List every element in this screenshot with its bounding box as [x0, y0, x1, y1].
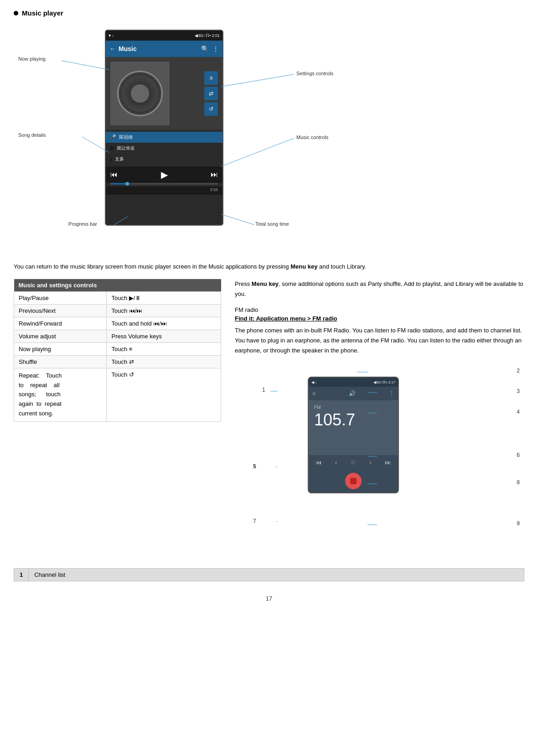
right-column: Press Menu key, some additional options … — [235, 279, 524, 554]
bullet-icon — [14, 11, 18, 16]
footer-table: 1 Channel list — [14, 568, 524, 581]
song-name-2: 就让你走 — [117, 145, 135, 151]
annotation-settings-controls: Settings controls — [296, 71, 333, 76]
fm-label: FM — [314, 405, 393, 410]
control-action-3: Touch and hold ⏮/⏭ — [107, 317, 221, 330]
fm-annotation-7: 7 — [253, 518, 256, 524]
fm-more-icon[interactable]: ⋮ — [389, 390, 394, 397]
fm-radio-subheading: Find it: Application menu > FM radio — [235, 315, 524, 322]
svg-line-0 — [62, 61, 109, 70]
fm-frequency: 105.7 — [314, 412, 393, 428]
fm-volume-icon[interactable]: 🔊 — [349, 390, 356, 397]
album-right-icons: ≡ ⇄ ↺ — [204, 71, 218, 116]
album-vinyl — [117, 71, 163, 116]
description-text: You can return to the music library scre… — [14, 262, 524, 272]
phone-status-bar: ♥ ↓ ◀3G↑ℿ▪ 2:01 — [106, 31, 222, 41]
fm-status-left: ◀ ↓ — [311, 380, 317, 384]
fm-annotation-5: 5 — [253, 463, 256, 470]
shuffle-icon-btn[interactable]: ⇄ — [204, 87, 218, 100]
music-phone-screen: ♥ ↓ ◀3G↑ℿ▪ 2:01 ← Music 🔍 ⋮ ≡ ⇄ — [105, 30, 223, 226]
control-label-1: Play/Pause — [14, 291, 107, 304]
progress-dot — [125, 182, 129, 186]
search-icon[interactable]: 🔍 — [201, 45, 209, 52]
fm-status-right: ◀3G↑ℿ▪ 2:17 — [373, 380, 395, 384]
fm-phone-wrapper: ◀ ↓ ◀3G↑ℿ▪ 2:17 ≡ 🔊 ⋮ FM 105.7 — [276, 377, 399, 493]
control-label-3: Rewind/Forward — [14, 317, 107, 330]
svg-line-3 — [221, 74, 294, 87]
control-label-4: Volume adjust — [14, 330, 107, 342]
fm-record-button[interactable] — [345, 473, 362, 489]
song-item-1[interactable]: 🎤 陈冠雄 — [106, 132, 222, 143]
fm-fwd-btn[interactable]: › — [370, 459, 372, 466]
footer-number: 1 — [14, 569, 29, 581]
note-icon: ♪ — [109, 156, 112, 162]
song-name-1: 陈冠雄 — [119, 134, 133, 140]
control-label-5: Now playing — [14, 342, 107, 355]
fm-next-btn[interactable]: ⏭ — [385, 459, 391, 466]
disc-icon: ⊙ — [109, 145, 114, 151]
play-button[interactable]: ▶ — [161, 169, 168, 180]
table-row: Volume adjust Press Volume keys — [14, 330, 221, 342]
table-row: Rewind/Forward Touch and hold ⏮/⏭ — [14, 317, 221, 330]
album-area: ≡ ⇄ ↺ — [106, 57, 222, 130]
control-action-5: Touch ≡ — [107, 342, 221, 355]
fm-favorite-btn[interactable]: ☆ — [350, 459, 356, 466]
annotation-song-details: Song details — [18, 132, 46, 138]
table-row: Now playing Touch ≡ — [14, 342, 221, 355]
repeat-icon-btn[interactable]: ↺ — [204, 102, 218, 116]
fm-annotation-1: 1 — [262, 387, 265, 393]
total-time: 3:56 — [210, 187, 218, 192]
table-row: Repeat: Touchto repeat allsongs; touchag… — [14, 368, 221, 421]
mic-icon: 🎤 — [109, 134, 116, 140]
next-button[interactable]: ⏭ — [211, 171, 218, 179]
fm-list-icon[interactable]: ≡ — [312, 390, 316, 397]
fm-back-btn[interactable]: ‹ — [335, 459, 337, 466]
control-label-6: Shuffle — [14, 355, 107, 368]
more-icon[interactable]: ⋮ — [212, 45, 219, 52]
control-action-1: Touch ▶/⏸ — [107, 291, 221, 304]
progress-bar-fill — [110, 183, 126, 185]
fm-annotation-8: 8 — [517, 479, 520, 486]
control-action-4: Press Volume keys — [107, 330, 221, 342]
menu-key-description: Press Menu key, some additional options … — [235, 279, 524, 299]
status-left: ♥ ↓ — [109, 33, 114, 38]
control-label-2: Previous/Next — [14, 304, 107, 317]
status-right: ◀3G↑ℿ▪ 2:01 — [195, 33, 220, 38]
fm-record-inner — [350, 478, 357, 484]
control-action-6: Touch ⇄ — [107, 355, 221, 368]
song-list: 🎤 陈冠雄 ⊙ 就让你走 ♪ 太多 — [106, 130, 222, 166]
fm-prev-btn[interactable]: ⏮ — [316, 459, 322, 466]
album-art — [110, 62, 170, 125]
playback-controls: ⏮ ▶ ⏭ — [106, 166, 222, 183]
annotation-now-playing: Now playing — [18, 56, 46, 62]
left-column: Music and settings controls Play/Pause T… — [14, 279, 221, 554]
back-icon[interactable]: ← — [109, 45, 116, 52]
phone-top-bar: ← Music 🔍 ⋮ — [106, 41, 222, 57]
fm-bottom — [309, 470, 398, 492]
control-action-2: Touch ⏮/⏭ — [107, 304, 221, 317]
playlist-icon-btn[interactable]: ≡ — [204, 71, 218, 85]
menu-key-label: Menu key — [290, 263, 317, 270]
table-row: Previous/Next Touch ⏮/⏭ — [14, 304, 221, 317]
menu-key-strong: Menu key — [252, 280, 279, 287]
fm-diagram-wrapper: ◀ ↓ ◀3G↑ℿ▪ 2:17 ≡ 🔊 ⋮ FM 105.7 — [235, 363, 524, 554]
fm-annotation-2: 2 — [517, 368, 520, 374]
page-wrapper: Music player ♥ ↓ ◀3G↑ℿ▪ 2:01 ← Music 🔍 ⋮ — [0, 0, 538, 620]
song-item-3[interactable]: ♪ 太多 — [106, 154, 222, 165]
prev-button[interactable]: ⏮ — [110, 171, 118, 179]
fm-annotation-4: 4 — [517, 409, 520, 415]
fm-annotation-3: 3 — [517, 388, 520, 394]
bottom-section: Music and settings controls Play/Pause T… — [14, 279, 524, 554]
fm-annotation-9: 9 — [517, 520, 520, 527]
fm-phone-screen: ◀ ↓ ◀3G↑ℿ▪ 2:17 ≡ 🔊 ⋮ FM 105.7 — [308, 377, 399, 493]
fm-radio-description: The phone comes with an in-built FM Radi… — [235, 326, 524, 356]
table-row: Shuffle Touch ⇄ — [14, 355, 221, 368]
annotation-music-controls: Music controls — [296, 135, 328, 140]
progress-bar-container[interactable] — [110, 183, 218, 185]
fm-top-icons: ≡ 🔊 ⋮ — [309, 387, 398, 400]
controls-table: Music and settings controls Play/Pause T… — [14, 279, 221, 422]
fm-status-bar: ◀ ↓ ◀3G↑ℿ▪ 2:17 — [309, 378, 398, 387]
section-title: Music player — [14, 9, 524, 17]
control-label-7: Repeat: Touchto repeat allsongs; touchag… — [14, 368, 107, 421]
song-item-2[interactable]: ⊙ 就让你走 — [106, 143, 222, 154]
